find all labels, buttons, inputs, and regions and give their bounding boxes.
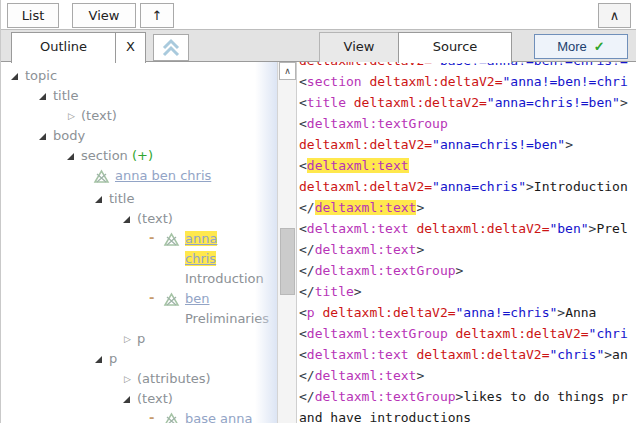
tree-row: topic xyxy=(1,66,277,86)
toolbar: List View ↑ ∧ xyxy=(1,0,636,30)
tab-view[interactable]: View xyxy=(319,32,399,62)
tab-outline[interactable]: Outline xyxy=(11,32,116,63)
tree-row: -benPreliminaries xyxy=(1,289,277,329)
tree-expanded-icon[interactable] xyxy=(93,189,109,209)
tab-bar: Outline X View Source More ✓ xyxy=(1,30,636,62)
tree-trail-text: Introduction xyxy=(185,271,264,286)
tree-link[interactable]: ben xyxy=(185,291,210,306)
tree-link[interactable]: annachris xyxy=(185,231,217,266)
double-chevron-up-icon xyxy=(159,37,183,59)
more-button[interactable]: More ✓ xyxy=(534,34,628,59)
tree-row: (text) xyxy=(1,389,277,409)
tree-label: p xyxy=(137,331,145,346)
view-button[interactable]: View xyxy=(72,3,136,28)
tree-collapsed-icon[interactable]: ▷ xyxy=(121,329,137,349)
scrollbar-thumb[interactable] xyxy=(280,228,295,295)
tree-expanded-icon[interactable] xyxy=(121,389,137,409)
tree-expanded-icon[interactable] xyxy=(121,209,137,229)
content-area: topictitle▷(text)bodysection (+)anna ben… xyxy=(1,62,636,423)
tree-label: (text) xyxy=(137,211,173,226)
source-code: deltaxml:deltaV2="base!=anna!=ben!=chris… xyxy=(297,62,636,423)
code-line: </deltaxml:text> xyxy=(299,197,636,218)
tree-row: ▷(text) xyxy=(1,106,277,126)
tree-expanded-icon[interactable] xyxy=(37,126,53,146)
tree-link[interactable]: base annachris david xyxy=(185,411,256,423)
tree-label: title xyxy=(109,191,134,206)
code-line: <deltaxml:text deltaxml:deltaV2="chris">… xyxy=(299,344,636,365)
tree-label: body xyxy=(53,128,85,143)
code-line: <deltaxml:textGroup deltaxml:deltaV2="ch… xyxy=(299,323,636,344)
delta-icon xyxy=(163,412,180,423)
outline-tree: topictitle▷(text)bodysection (+)anna ben… xyxy=(1,62,277,423)
tree-expanded-icon[interactable] xyxy=(65,146,81,166)
code-line: and have introductions xyxy=(299,407,636,423)
added-badge: (+) xyxy=(128,148,153,163)
tree-dash-bullet: - xyxy=(149,409,163,423)
delta-icon-wrap xyxy=(163,409,185,423)
vertical-scrollbar[interactable]: ∧ xyxy=(277,62,297,423)
list-button[interactable]: List xyxy=(7,3,59,28)
tree-trail-text: Preliminaries xyxy=(185,311,269,326)
tree-row: p xyxy=(1,349,277,369)
tree-row: -annachrisIntroduction xyxy=(1,229,277,289)
delta-icon xyxy=(93,169,110,183)
delta-icon-wrap xyxy=(163,289,185,312)
collapse-top-button[interactable]: ∧ xyxy=(598,3,631,28)
code-line: <p deltaxml:deltaV2="anna!=chris">Anna xyxy=(299,302,636,323)
tree-label: section xyxy=(81,148,128,163)
code-line: <title deltaxml:deltaV2="anna=chris!=ben… xyxy=(299,92,636,113)
tree-row: title xyxy=(1,86,277,106)
tab-close-button[interactable]: X xyxy=(115,32,146,63)
delta-icon-wrap xyxy=(93,166,115,189)
tree-row: title xyxy=(1,189,277,209)
code-line: deltaxml:deltaV2="anna=chris">Introducti… xyxy=(299,176,636,197)
tree-row: ▷(attributes) xyxy=(1,369,277,389)
collapse-panel-button[interactable] xyxy=(153,34,189,61)
tree-expanded-icon[interactable] xyxy=(9,66,25,86)
delta-icon xyxy=(163,292,180,306)
code-line: <section deltaxml:deltaV2="anna!=ben!=ch… xyxy=(299,71,636,92)
code-line: <deltaxml:text xyxy=(299,155,636,176)
tree-label: (attributes) xyxy=(137,371,211,386)
code-line: </deltaxml:textGroup> xyxy=(299,260,636,281)
tree-row: ▷p xyxy=(1,329,277,349)
app-window: List View ↑ ∧ Outline X View Source More… xyxy=(0,0,636,423)
tree-row: anna ben chris xyxy=(1,166,277,189)
tree-row: (text) xyxy=(1,209,277,229)
code-line: deltaxml:deltaV2="anna=chris!=ben"> xyxy=(299,134,636,155)
code-line: deltaxml:deltaV2="base!=anna!=ben!=chris… xyxy=(299,62,636,71)
code-line: </title> xyxy=(299,281,636,302)
tree-expanded-icon[interactable] xyxy=(93,349,109,369)
code-line: </deltaxml:textGroup>likes to do things … xyxy=(299,386,636,407)
tree-collapsed-icon[interactable]: ▷ xyxy=(65,106,81,126)
more-button-label: More xyxy=(557,39,587,54)
tree-label: p xyxy=(109,351,117,366)
tab-source[interactable]: Source xyxy=(398,32,512,63)
tree-label: (text) xyxy=(137,391,173,406)
tree-row: section (+) xyxy=(1,146,277,166)
scroll-up-button[interactable]: ∧ xyxy=(279,62,296,80)
tree-expanded-icon[interactable] xyxy=(37,86,53,106)
tree-label: topic xyxy=(25,68,57,83)
code-line: </deltaxml:text> xyxy=(299,365,636,386)
up-arrow-button[interactable]: ↑ xyxy=(140,3,174,28)
tree-dash-bullet: - xyxy=(149,229,163,249)
code-line: <deltaxml:textGroup xyxy=(299,113,636,134)
tree-label: title xyxy=(53,88,78,103)
source-panel: deltaxml:deltaV2="base!=anna!=ben!=chris… xyxy=(297,62,636,423)
check-icon: ✓ xyxy=(594,39,605,54)
delta-icon xyxy=(163,232,180,246)
tree-collapsed-icon[interactable]: ▷ xyxy=(121,369,137,389)
code-line: <deltaxml:text deltaxml:deltaV2="ben">Pr… xyxy=(299,218,636,239)
tree-row: -base annachris david xyxy=(1,409,277,423)
tree-dash-bullet: - xyxy=(149,289,163,309)
tree-link[interactable]: anna ben chris xyxy=(115,168,211,183)
tree-row: body xyxy=(1,126,277,146)
tree-label: (text) xyxy=(81,108,117,123)
outline-panel: topictitle▷(text)bodysection (+)anna ben… xyxy=(1,62,277,423)
delta-icon-wrap xyxy=(163,229,185,252)
code-line: </deltaxml:text> xyxy=(299,239,636,260)
